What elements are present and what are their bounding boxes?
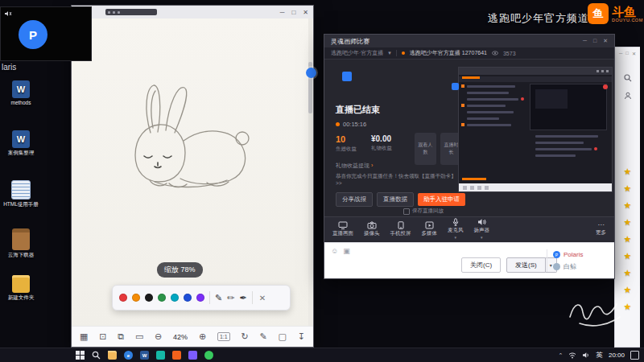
notification-center-icon[interactable] xyxy=(630,351,639,360)
marker-tool-icon[interactable]: ✏ xyxy=(227,293,234,303)
checkbox[interactable] xyxy=(403,208,410,215)
room-title[interactable]: 逃跑吧少年官方直播 12707641 xyxy=(410,49,487,57)
desktop-icon-notes[interactable]: W 案例集整理 xyxy=(2,130,39,157)
minimize-button[interactable]: ─ xyxy=(619,51,622,56)
wifi-icon[interactable] xyxy=(568,352,576,359)
app-icon[interactable] xyxy=(156,351,165,360)
color-swatch-orange[interactable] xyxy=(132,294,140,302)
close-button[interactable]: ✕ xyxy=(632,51,636,56)
maximize-button[interactable]: □ xyxy=(625,51,629,56)
zoom-out-icon[interactable]: ⊖ xyxy=(155,331,162,342)
app-icon[interactable] xyxy=(188,351,197,360)
close-dialog-button[interactable]: 关闭(C) xyxy=(461,257,501,273)
maximize-button[interactable]: □ xyxy=(291,9,295,16)
avatar: P xyxy=(553,251,560,258)
desktop-icon-label: 云海下载器 xyxy=(2,252,39,259)
image-icon[interactable]: ▣ xyxy=(343,247,350,255)
ink-pen-tool-icon[interactable]: ✒ xyxy=(239,293,246,303)
color-swatch-cyan[interactable] xyxy=(171,294,179,302)
maximize-button[interactable]: □ xyxy=(593,38,597,44)
copy-icon[interactable]: ⧉ xyxy=(118,331,124,342)
divider xyxy=(252,291,253,304)
save-replay-option[interactable]: 保存直播回放 xyxy=(403,208,444,215)
chevron-down-icon[interactable]: ▾ xyxy=(454,235,456,240)
studio-titlebar[interactable]: 灵魂画师比赛 ─ □ ✕ xyxy=(324,35,614,47)
ellipsis-icon: ⋯ xyxy=(598,221,605,228)
float-badge[interactable] xyxy=(306,68,316,78)
media-icon xyxy=(425,221,434,229)
desktop-icon-manual[interactable]: HTML使用手册 xyxy=(2,180,39,208)
douyu-logo: 鱼 斗鱼 DOUYU.COM xyxy=(588,3,643,24)
select-frame-icon[interactable]: ▭ xyxy=(135,331,143,342)
chat-row[interactable]: P Polaris xyxy=(553,251,583,258)
assistant-apply-button[interactable]: 助手入驻申请 xyxy=(418,193,465,206)
chevron-down-icon[interactable]: ▾ xyxy=(481,235,483,240)
close-button[interactable]: ✕ xyxy=(303,9,308,16)
app-icon[interactable] xyxy=(172,351,181,360)
fit-window-icon[interactable]: ⊡ xyxy=(99,331,106,342)
dock-more-button[interactable]: ⋯ 更多 xyxy=(596,221,606,237)
dock-item-camera[interactable]: 摄像头 xyxy=(364,221,380,237)
save-download-icon[interactable]: ↧ xyxy=(298,331,305,342)
actual-size-button[interactable]: 1:1 xyxy=(217,332,230,341)
desktop-icon-folder[interactable]: 新建文件夹 xyxy=(2,275,39,302)
search-icon[interactable] xyxy=(624,74,632,82)
editor-canvas[interactable]: 缩放 78% ✎ ✏ ✒ ✕ xyxy=(72,19,313,326)
withdraw-link[interactable]: 礼物收益提现 › xyxy=(336,162,373,170)
douyu-logo-sub: DOUYU.COM xyxy=(612,18,643,23)
browser-icon[interactable]: e xyxy=(124,351,133,360)
nested-video-preview xyxy=(530,84,607,130)
tray-expand-icon[interactable]: ⌃ xyxy=(559,352,564,359)
volume-icon[interactable] xyxy=(582,352,590,359)
search-icon[interactable] xyxy=(92,351,101,360)
rotate-icon[interactable]: ↻ xyxy=(241,331,248,342)
chevron-down-icon: ▾ xyxy=(388,50,391,56)
color-swatch-black[interactable] xyxy=(145,294,153,302)
color-swatch-purple[interactable] xyxy=(196,294,204,302)
emoji-icon[interactable]: ☺ xyxy=(331,247,338,255)
edit-icon[interactable]: ✎ xyxy=(259,331,266,342)
board-icon[interactable]: ▦ xyxy=(80,331,88,342)
chevron-right-icon: › xyxy=(371,162,373,168)
minimize-button[interactable]: ─ xyxy=(583,38,587,44)
file-explorer-icon[interactable] xyxy=(108,351,117,360)
dock-item-media[interactable]: 多媒体 xyxy=(422,221,438,237)
dock-item-speaker[interactable]: 扬声器 ▾ xyxy=(474,218,490,240)
user-icon[interactable] xyxy=(624,92,632,100)
app-icon[interactable] xyxy=(204,351,213,360)
desktop-icon-label: methods xyxy=(2,100,39,105)
stream-ended-title: 直播已结束 xyxy=(336,104,380,116)
desktop-icon-downloader[interactable]: 云海下载器 xyxy=(2,228,39,259)
webcam-overlay[interactable]: P xyxy=(0,6,92,61)
dock-item-microphone[interactable]: 麦克风 ▾ xyxy=(448,218,464,240)
word-app-icon[interactable]: W xyxy=(140,351,149,360)
share-report-button[interactable]: 分享战报 xyxy=(336,192,373,207)
desktop-icon-methods[interactable]: W methods xyxy=(2,80,39,105)
ime-indicator[interactable]: 英 xyxy=(596,351,603,360)
clock[interactable]: 20:00 xyxy=(609,352,625,359)
stream-data-button[interactable]: 直播数据 xyxy=(377,192,414,207)
color-swatch-red[interactable] xyxy=(119,294,127,302)
send-button[interactable]: 发送(S) xyxy=(506,257,546,273)
color-swatch-green[interactable] xyxy=(158,294,166,302)
minimize-button[interactable]: ─ xyxy=(280,9,285,16)
screen-icon xyxy=(338,221,348,229)
crop-icon[interactable]: ▢ xyxy=(278,331,286,342)
zoom-in-icon[interactable]: ⊕ xyxy=(199,331,206,342)
tab-room[interactable]: 逃跑吧少年·官方直播 xyxy=(331,49,383,57)
stat-label: 鱼翅收益 xyxy=(336,146,357,153)
close-button[interactable]: ✕ xyxy=(603,38,608,44)
editor-mini-toolbar[interactable] xyxy=(105,9,157,15)
star-icon: ★ xyxy=(624,251,632,261)
nested-screenshot xyxy=(458,67,613,192)
start-button[interactable] xyxy=(76,351,85,360)
chat-row[interactable]: 白鲸 xyxy=(553,262,583,271)
record-dot-icon xyxy=(336,122,340,126)
pencil-tool-icon[interactable]: ✎ xyxy=(215,293,222,303)
dock-item-phone-cast[interactable]: 手机投屏 xyxy=(390,221,411,237)
task-notice: 恭喜你完成今日直播任务！快去领取【直播干劲卡】>> xyxy=(336,173,456,187)
close-pen-toolbar-icon[interactable]: ✕ xyxy=(259,294,266,302)
color-swatch-blue[interactable] xyxy=(184,294,192,302)
editor-titlebar[interactable]: ─ □ ✕ xyxy=(72,6,313,19)
dock-item-screen[interactable]: 直播画面 xyxy=(332,221,353,237)
